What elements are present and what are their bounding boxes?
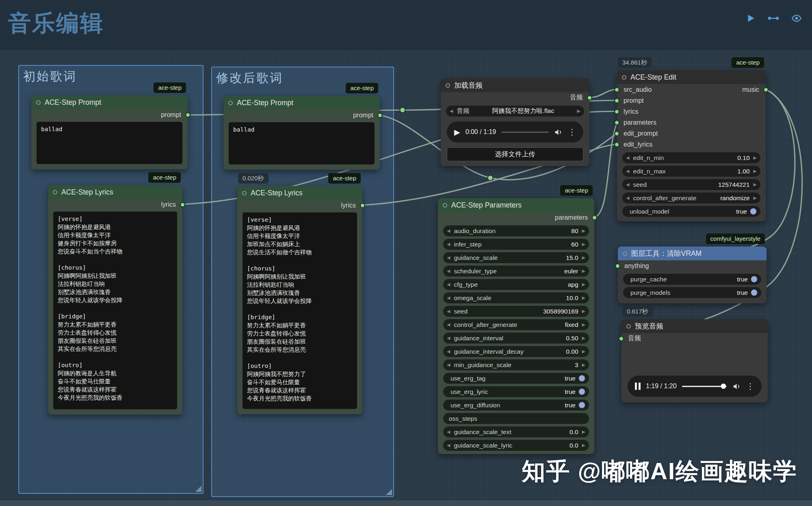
arrow-left-icon[interactable]: ◀ xyxy=(447,255,450,260)
collapse-dot-icon[interactable] xyxy=(228,101,233,105)
widget-use-erg-tag[interactable]: use_erg_tagtrue xyxy=(443,373,589,384)
widget-purge-cache[interactable]: purge_cachetrue xyxy=(623,274,761,285)
arrow-left-icon[interactable]: ◀ xyxy=(447,443,450,448)
node-preview-audio[interactable]: 0.617秒 预览音频 音频 1:19 / 1:20 ⋮ xyxy=(621,319,768,402)
node-ace-step-lyrics-1[interactable]: ace-step ACE-Step Lyrics lyrics [verse] … xyxy=(48,185,182,415)
arrow-left-icon[interactable]: ◀ xyxy=(450,109,453,113)
arrow-right-icon[interactable]: ▶ xyxy=(582,322,585,327)
node-ace-step-prompt-2[interactable]: ace-step ACE-Step Prompt prompt ballad xyxy=(223,96,380,170)
input-dot[interactable] xyxy=(614,142,619,147)
collapse-dot-icon[interactable] xyxy=(242,191,247,195)
collapse-dot-icon[interactable] xyxy=(53,190,57,195)
arrow-left-icon[interactable]: ◀ xyxy=(447,349,450,354)
widget-use-erg-diffusion[interactable]: use_erg_diffusiontrue xyxy=(443,400,589,411)
input-dot[interactable] xyxy=(614,87,619,92)
input-dot[interactable] xyxy=(614,109,619,114)
seek-slider[interactable] xyxy=(682,386,727,387)
node-graph-canvas[interactable]: 初始歌词 修改后歌词 ace-step ACE-Step Prompt xyxy=(0,0,812,506)
prompt-textarea[interactable]: ballad xyxy=(37,122,182,164)
widget-control-after-generate[interactable]: ◀control_after_generatefixed▶ xyxy=(443,319,589,330)
arrow-right-icon[interactable]: ▶ xyxy=(582,336,585,340)
toggle-knob[interactable] xyxy=(578,402,585,409)
widget-use-erg-lyric[interactable]: use_erg_lyrictrue xyxy=(443,386,589,397)
eye-icon[interactable] xyxy=(791,13,802,24)
collapse-dot-icon[interactable] xyxy=(446,83,450,88)
widget-guidance-interval-decay[interactable]: ◀guidance_interval_decay0.00▶ xyxy=(443,346,589,357)
arrow-left-icon[interactable]: ◀ xyxy=(626,169,629,173)
toggle-knob[interactable] xyxy=(578,388,585,395)
arrow-left-icon[interactable]: ◀ xyxy=(447,336,450,340)
input-dot[interactable] xyxy=(614,98,619,103)
arrow-right-icon[interactable]: ▶ xyxy=(577,109,580,113)
arrow-right-icon[interactable]: ▶ xyxy=(582,309,585,314)
collapse-dot-icon[interactable] xyxy=(36,100,41,105)
node-load-audio[interactable]: 加载音频 音频 ◀ 音频 阿姨我不想努力啦.flac ▶ ▶ 0:00 / 1:… xyxy=(441,78,589,166)
arrow-left-icon[interactable]: ◀ xyxy=(447,242,450,247)
widget-guidance-scale[interactable]: ◀guidance_scale15.0▶ xyxy=(443,252,589,263)
arrow-right-icon[interactable]: ▶ xyxy=(582,282,585,287)
widget-seed[interactable]: ◀seed3058990169▶ xyxy=(443,306,589,317)
arrow-left-icon[interactable]: ◀ xyxy=(626,182,629,187)
arrow-left-icon[interactable]: ◀ xyxy=(447,296,450,300)
widget-audio-duration[interactable]: ◀audio_duration80▶ xyxy=(443,225,589,236)
pause-icon[interactable] xyxy=(635,383,641,390)
widget-guidance-interval[interactable]: ◀guidance_interval0.50▶ xyxy=(443,333,589,344)
widget-scheduler-type[interactable]: ◀scheduler_typeeuler▶ xyxy=(443,266,589,277)
node-header[interactable]: ACE-Step Prompt xyxy=(223,96,380,110)
output-dot[interactable] xyxy=(592,215,597,220)
node-header[interactable]: 加载音频 xyxy=(441,78,589,92)
widget-guidance-scale-text[interactable]: ◀guidance_scale_text0.0▶ xyxy=(443,426,589,437)
widget-cfg-type[interactable]: ◀cfg_typeapg▶ xyxy=(443,279,589,290)
audio-player[interactable]: 1:19 / 1:20 ⋮ xyxy=(628,376,762,397)
node-header[interactable]: 预览音频 xyxy=(621,319,768,333)
input-dot[interactable] xyxy=(614,120,619,125)
volume-icon[interactable] xyxy=(554,128,563,136)
menu-icon[interactable]: ⋮ xyxy=(568,127,576,137)
toggle-knob[interactable] xyxy=(750,208,757,215)
widget-control-after-generate[interactable]: ◀control_after_generaterandomize▶ xyxy=(622,192,760,203)
node-ace-step-parameters[interactable]: ace-step ACE-Step Parameters parameters … xyxy=(438,198,594,454)
node-ace-step-lyrics-2[interactable]: 0.020秒 ace-step ACE-Step Lyrics lyrics [… xyxy=(237,186,362,414)
node-header[interactable]: ACE-Step Lyrics xyxy=(48,185,182,199)
node-header[interactable]: ACE-Step Parameters xyxy=(438,198,594,212)
reroute-dot[interactable] xyxy=(400,108,405,113)
audio-file-combo[interactable]: ◀ 音频 阿姨我不想努力啦.flac ▶ xyxy=(446,106,584,117)
toggle-knob[interactable] xyxy=(578,375,585,382)
arrow-right-icon[interactable]: ▶ xyxy=(582,269,585,273)
reroute-dot[interactable] xyxy=(488,175,493,181)
output-dot[interactable] xyxy=(185,112,191,117)
link-nodes-icon[interactable] xyxy=(767,13,780,24)
widget-unload-model[interactable]: unload_modeltrue xyxy=(622,206,760,217)
arrow-left-icon[interactable]: ◀ xyxy=(626,196,629,200)
resize-handle-icon[interactable] xyxy=(386,489,392,495)
arrow-right-icon[interactable]: ▶ xyxy=(582,443,585,448)
arrow-left-icon[interactable]: ◀ xyxy=(447,229,450,233)
volume-icon[interactable] xyxy=(732,382,741,391)
arrow-right-icon[interactable]: ▶ xyxy=(582,229,585,233)
collapse-dot-icon[interactable] xyxy=(622,75,626,80)
collapse-dot-icon[interactable] xyxy=(443,203,447,208)
input-dot[interactable] xyxy=(619,336,624,341)
arrow-right-icon[interactable]: ▶ xyxy=(582,242,585,247)
output-dot[interactable] xyxy=(763,87,769,92)
output-dot[interactable] xyxy=(180,202,185,207)
upload-file-button[interactable]: 选择文件上传 xyxy=(447,147,583,161)
lyrics-textarea[interactable]: [verse] 阿姨的怀抱是避风港 信用卡额度像太平洋 加班加点不如躺床上 您说… xyxy=(243,212,357,409)
widget-edit-n-max[interactable]: ◀edit_n_max1.00▶ xyxy=(622,166,760,177)
widget-oss-steps[interactable]: oss_steps xyxy=(443,413,589,424)
widget-omega-scale[interactable]: ◀omega_scale10.0▶ xyxy=(443,292,589,303)
collapse-dot-icon[interactable] xyxy=(626,324,631,329)
arrow-left-icon[interactable]: ◀ xyxy=(447,269,450,273)
arrow-left-icon[interactable]: ◀ xyxy=(626,156,629,160)
widget-seed[interactable]: ◀seed125744221▶ xyxy=(622,179,760,190)
arrow-left-icon[interactable]: ◀ xyxy=(447,430,450,434)
output-dot[interactable] xyxy=(587,95,592,100)
arrow-right-icon[interactable]: ▶ xyxy=(754,182,757,187)
node-header[interactable]: ACE-Step Prompt xyxy=(31,95,188,109)
node-header[interactable]: ACE-Step Lyrics xyxy=(237,186,362,200)
arrow-right-icon[interactable]: ▶ xyxy=(582,296,585,300)
node-ace-step-edit[interactable]: 34.861秒 ace-step ACE-Step Edit src_audio… xyxy=(617,70,766,221)
arrow-right-icon[interactable]: ▶ xyxy=(582,255,585,260)
audio-player[interactable]: ▶ 0:00 / 1:19 ⋮ xyxy=(447,121,583,143)
lyrics-textarea[interactable]: [verse] 阿姨的怀抱是避风港 信用卡额度像太平洋 健身房打卡不如按摩房 您… xyxy=(53,212,177,409)
